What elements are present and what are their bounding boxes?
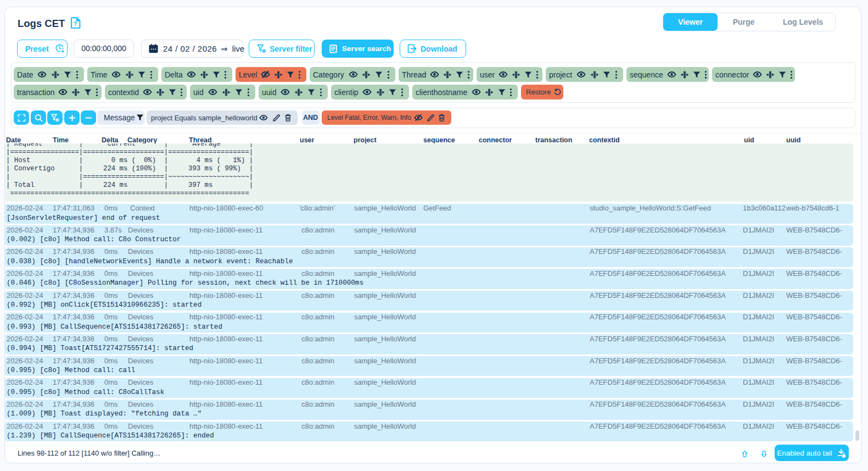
svg-text:?: ? <box>74 20 77 27</box>
